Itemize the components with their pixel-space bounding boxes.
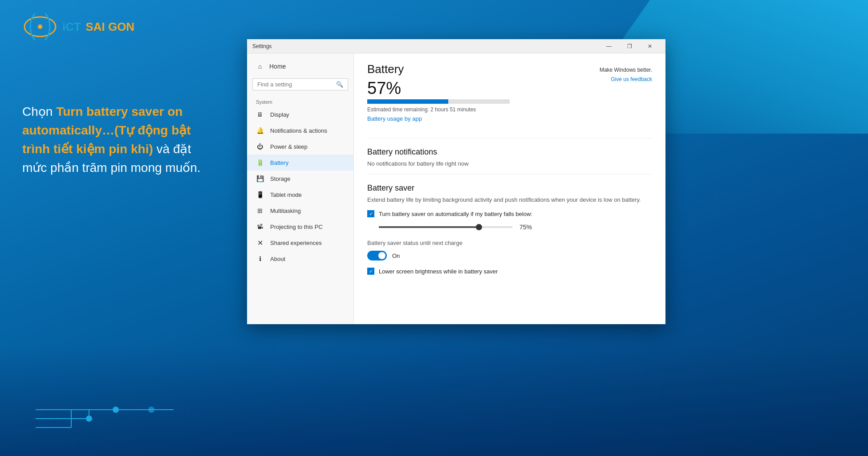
slider-thumb[interactable]	[476, 224, 482, 230]
divider-2	[367, 174, 652, 175]
ict-logo-icon	[22, 13, 58, 40]
window-titlebar: Settings — ❐ ✕	[247, 39, 665, 53]
logo-area: iCT SAI GON	[22, 13, 214, 40]
logo-saigon: SAI GON	[85, 20, 134, 33]
sidebar-item-shared[interactable]: ✕ Shared experiences	[247, 235, 353, 251]
storage-label: Storage	[270, 175, 291, 182]
window-controls: — ❐ ✕	[599, 39, 660, 53]
sidebar: ⌂ Home 🔍 System 🖥 Display 🔔 Notification…	[247, 53, 354, 324]
battery-info-area: Battery 57% Estimated time remaining: 2 …	[367, 62, 510, 131]
sidebar-home-label: Home	[269, 63, 286, 70]
notifications-section-text: No notifications for battery life right …	[367, 160, 652, 167]
circuit-decoration	[36, 383, 178, 438]
shared-icon: ✕	[256, 239, 264, 247]
toggle-on-label: On	[392, 252, 400, 259]
sidebar-item-tablet[interactable]: 📱 Tablet mode	[247, 187, 353, 203]
lower-brightness-label: Lower screen brightness while in battery…	[379, 268, 498, 275]
tablet-label: Tablet mode	[270, 191, 302, 198]
search-box[interactable]: 🔍	[252, 78, 348, 90]
battery-saver-description: Extend battery life by limiting backgrou…	[367, 196, 652, 203]
sidebar-item-storage[interactable]: 💾 Storage	[247, 171, 353, 187]
projecting-label: Projecting to this PC	[270, 224, 323, 230]
close-button[interactable]: ✕	[640, 39, 660, 53]
shared-label: Shared experiences	[270, 240, 322, 246]
sidebar-section-system: System	[247, 94, 353, 106]
lower-brightness-row: Lower screen brightness while in battery…	[367, 268, 652, 275]
sidebar-item-power[interactable]: ⏻ Power & sleep	[247, 138, 353, 155]
slider-fill	[379, 226, 479, 228]
display-label: Display	[270, 111, 289, 118]
battery-saver-toggle-row: On	[367, 251, 652, 261]
divider-1	[367, 138, 652, 138]
about-icon: ℹ	[256, 255, 264, 263]
toggle-knob	[378, 252, 385, 259]
battery-nav-label: Battery	[270, 159, 288, 166]
logo-ict: iCT	[62, 20, 81, 33]
battery-status-section-title: Battery saver status until next charge	[367, 240, 652, 246]
battery-progress-bar	[367, 99, 510, 104]
sidebar-item-display[interactable]: 🖥 Display	[247, 106, 353, 122]
auto-battery-saver-row: Turn battery saver on automatically if m…	[367, 210, 652, 217]
tablet-icon: 📱	[256, 191, 264, 199]
battery-threshold-slider-row: 75%	[367, 224, 652, 231]
about-label: About	[270, 256, 285, 262]
battery-icon: 🔋	[256, 159, 264, 167]
feedback-area: Make Windows better. Give us feedback	[600, 67, 652, 83]
display-icon: 🖥	[256, 110, 264, 118]
notifications-label: Notifications & actions	[270, 127, 327, 134]
window-title: Settings	[252, 43, 599, 49]
slider-value-label: 75%	[519, 224, 532, 231]
svg-point-9	[86, 415, 92, 422]
battery-threshold-slider-track	[379, 226, 512, 228]
sidebar-item-home[interactable]: ⌂ Home	[247, 58, 353, 75]
search-icon: 🔍	[336, 81, 343, 88]
multitasking-icon: ⊞	[256, 207, 264, 215]
instruction-text: Chọn Turn battery saver on automatically…	[22, 102, 214, 177]
battery-saver-toggle[interactable]	[367, 251, 387, 261]
minimize-button[interactable]: —	[599, 39, 619, 53]
logo-text-area: iCT SAI GON	[62, 20, 134, 34]
battery-progress-fill	[367, 99, 448, 104]
battery-notifications-section: Battery notifications No notifications f…	[367, 146, 652, 167]
estimated-time-text: Estimated time remaining: 2 hours 51 min…	[367, 106, 510, 113]
projecting-icon: 📽	[256, 223, 264, 231]
sidebar-item-projecting[interactable]: 📽 Projecting to this PC	[247, 219, 353, 235]
content-header-row: Battery 57% Estimated time remaining: 2 …	[367, 62, 652, 131]
storage-icon: 💾	[256, 175, 264, 183]
main-content: Battery 57% Estimated time remaining: 2 …	[354, 53, 665, 324]
sidebar-item-battery[interactable]: 🔋 Battery	[247, 155, 353, 171]
sidebar-item-notifications[interactable]: 🔔 Notifications & actions	[247, 122, 353, 138]
instruction-prefix: Chọn	[22, 105, 56, 118]
power-label: Power & sleep	[270, 143, 308, 150]
svg-point-2	[38, 24, 42, 29]
home-icon: ⌂	[256, 62, 264, 70]
left-panel: iCT SAI GON Chọn Turn battery saver on a…	[0, 0, 236, 456]
battery-percentage: 57%	[367, 80, 510, 97]
settings-window: Settings — ❐ ✕ ⌂ Home 🔍 System 🖥	[247, 39, 665, 324]
restore-button[interactable]: ❐	[619, 39, 640, 53]
search-input[interactable]	[257, 81, 336, 88]
notifications-section-title: Battery notifications	[367, 146, 652, 157]
battery-usage-by-app-link[interactable]: Battery usage by app	[367, 115, 510, 122]
battery-page-title: Battery	[367, 62, 510, 76]
battery-saver-title: Battery saver	[367, 182, 652, 193]
multitasking-label: Multitasking	[270, 208, 301, 214]
sidebar-item-about[interactable]: ℹ About	[247, 251, 353, 267]
notifications-icon: 🔔	[256, 126, 264, 134]
sidebar-item-multitasking[interactable]: ⊞ Multitasking	[247, 203, 353, 219]
power-icon: ⏻	[256, 142, 264, 151]
auto-battery-saver-label: Turn battery saver on automatically if m…	[379, 211, 532, 217]
battery-saver-section: Battery saver Extend battery life by lim…	[367, 182, 652, 275]
lower-brightness-checkbox[interactable]	[367, 268, 374, 275]
give-feedback-link[interactable]: Give us feedback	[611, 76, 652, 82]
make-windows-better-text: Make Windows better.	[600, 67, 652, 73]
auto-battery-saver-checkbox[interactable]	[367, 210, 374, 217]
window-body: ⌂ Home 🔍 System 🖥 Display 🔔 Notification…	[247, 53, 665, 324]
